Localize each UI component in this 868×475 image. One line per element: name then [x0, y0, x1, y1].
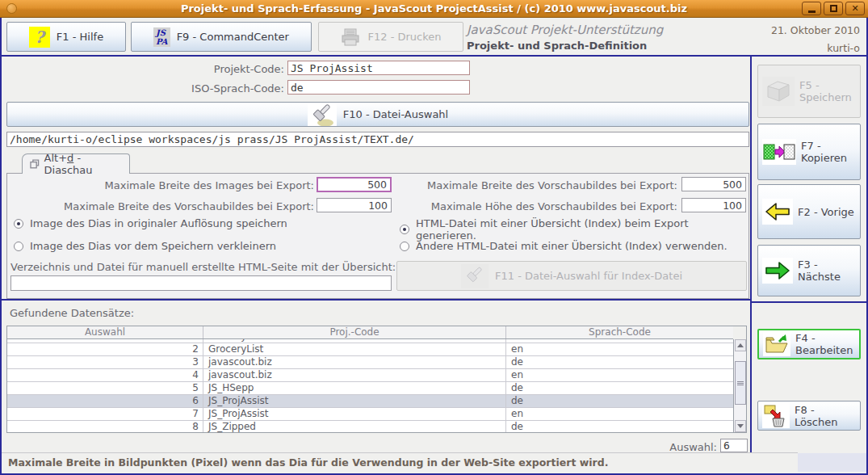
- path-input[interactable]: [6, 132, 749, 147]
- row-project-code: JS_ProjAssist: [203, 395, 506, 407]
- minimize-button[interactable]: [802, 2, 821, 15]
- copy-button[interactable]: F7 - Kopieren: [757, 124, 861, 180]
- scroll-up-button[interactable]: [735, 339, 746, 351]
- delete-button-label: F8 - Löschen: [795, 404, 860, 428]
- arrow-left-icon: [762, 199, 793, 225]
- vertical-scrollbar[interactable]: [733, 339, 746, 432]
- column-auswahl: Auswahl: [7, 326, 203, 338]
- close-button[interactable]: ✕: [845, 2, 865, 15]
- max-preview-width-label: Maximale Breite des Vorschaubildes bei E…: [40, 200, 314, 212]
- current-user: kurti-o: [827, 42, 860, 54]
- row-project-code: JS_HSepp: [203, 382, 506, 394]
- max-image-width-input[interactable]: [317, 177, 392, 192]
- help-button-label: F1 - Hilfe: [57, 31, 103, 43]
- arrow-down-icon: [737, 424, 744, 428]
- table-row[interactable]: 2 GroceryList en: [7, 343, 733, 356]
- index-file-select-button-label: F11 - Datei-Auswahl für Index-Datei: [495, 270, 682, 282]
- selection-input[interactable]: [720, 439, 748, 452]
- slideshow-icon: [30, 159, 40, 169]
- iso-language-code-input[interactable]: [287, 80, 470, 95]
- edit-button[interactable]: F4 - Bearbeiten: [757, 329, 861, 359]
- previous-button[interactable]: F2 - Vorige: [757, 184, 861, 239]
- max-preview-height-label: Maximale Höhe des Vorschaubildes bei Exp…: [403, 200, 677, 212]
- table-row[interactable]: 5 JS_HSepp de: [7, 382, 733, 395]
- project-code-input[interactable]: [287, 61, 470, 75]
- row-language-code: de: [506, 356, 733, 368]
- max-preview-width-export-input[interactable]: [681, 177, 746, 191]
- delete-icon: [762, 403, 790, 428]
- edit-button-label: F4 - Bearbeiten: [795, 332, 859, 356]
- manual-html-label: Verzeichnis und Datei für manuell erstel…: [10, 261, 396, 273]
- screen-title: Projekt- und Sprach-Definition: [467, 40, 647, 52]
- table-row[interactable]: 8 JS_Zipped de: [7, 421, 733, 433]
- close-icon: ✕: [851, 3, 858, 14]
- maximize-button[interactable]: [824, 2, 843, 15]
- results-caption: Gefundene Datensätze:: [10, 307, 134, 319]
- max-preview-height-input[interactable]: [681, 198, 746, 212]
- maximize-icon: [830, 5, 837, 12]
- max-image-width-label: Maximale Breite des Images bei Export:: [40, 179, 314, 191]
- window-frame: ? F1 - Hilfe JSPA F9 - CommandCenter F12…: [0, 18, 868, 475]
- window-title: Projekt- und Sprach-Erfassung - JavaScou…: [0, 2, 868, 15]
- row-project-code: JS_ProjAssist: [203, 408, 506, 420]
- row-project-code: GroceryList: [203, 343, 506, 355]
- tab-diaschau[interactable]: Alt+d - Diaschau: [22, 153, 130, 174]
- delete-button[interactable]: F8 - Löschen: [757, 401, 861, 431]
- arrow-up-icon: [737, 343, 744, 347]
- section-divider: [2, 299, 750, 301]
- copy-icon: [762, 139, 796, 165]
- table-row[interactable]: 6 JS_ProjAssist de: [7, 395, 733, 408]
- table-header: Auswahl Proj.-Code Sprach-Code: [7, 326, 733, 339]
- jspa-logo-icon: JSPA: [153, 27, 170, 47]
- scrollbar-thumb[interactable]: [735, 361, 746, 405]
- command-center-button[interactable]: JSPA F9 - CommandCenter: [131, 22, 312, 52]
- window-menu-button[interactable]: [6, 3, 17, 14]
- edit-folder-icon: [763, 332, 790, 356]
- iso-language-code-label: ISO-Sprach-Code:: [123, 82, 284, 95]
- radio-icon: [14, 219, 23, 229]
- command-center-button-label: F9 - CommandCenter: [177, 31, 289, 43]
- table-row[interactable]: 3 javascout.biz de: [7, 356, 733, 369]
- status-bar: Maximale Breite in Bildpunkten (Pixel) w…: [2, 452, 798, 472]
- scroll-down-button[interactable]: [735, 420, 746, 432]
- app-title: JavaScout Projekt-Unterstützung: [467, 23, 663, 37]
- radio-icon: [400, 225, 409, 234]
- save-button[interactable]: F5 - Speichern: [757, 65, 861, 118]
- index-file-select-button[interactable]: F11 - Datei-Auswahl für Index-Datei: [396, 261, 747, 291]
- minimize-icon: [808, 11, 816, 13]
- radio-generate-index-html[interactable]: HTML-Datei mit einer Übersicht (Index) b…: [400, 217, 748, 242]
- file-select-button-label: F10 - Datei-Auswahl: [343, 108, 448, 120]
- save-button-label: F5 - Speichern: [799, 79, 860, 103]
- table-row[interactable]: 4 javascout.biz en: [7, 369, 733, 382]
- radio-original-resolution[interactable]: Image des Dias in originaler Auflösung s…: [14, 217, 287, 229]
- manual-html-input[interactable]: [10, 275, 392, 291]
- help-button[interactable]: ? F1 - Hilfe: [6, 22, 126, 52]
- row-number: 2: [7, 343, 203, 355]
- titlebar: Projekt- und Sprach-Erfassung - JavaScou…: [0, 0, 868, 18]
- row-number: 6: [7, 395, 203, 407]
- row-number: 8: [7, 421, 203, 433]
- row-project-code: JS_Zipped: [203, 421, 506, 433]
- column-proj-code: Proj.-Code: [203, 326, 506, 338]
- sidebar: F5 - Speichern: [750, 57, 866, 453]
- row-language-code: de: [506, 395, 733, 407]
- file-select-button[interactable]: F10 - Datei-Auswahl: [6, 102, 749, 127]
- radio-shrink-before-save[interactable]: Image des Dias vor dem Speichern verklei…: [14, 240, 276, 252]
- radio-icon: [14, 242, 23, 251]
- radio-use-other-index-html[interactable]: Andere HTML-Datei mit einer Übersicht (I…: [400, 240, 728, 252]
- save-icon: [762, 77, 795, 106]
- header-bar: ? F1 - Hilfe JSPA F9 - CommandCenter F12…: [2, 18, 866, 57]
- table-row[interactable]: 7 JS_ProjAssist en: [7, 408, 733, 421]
- column-sprach-code: Sprach-Code: [506, 326, 733, 338]
- row-project-code: javascout.biz: [203, 369, 506, 381]
- next-button[interactable]: F3 - Nächste: [757, 245, 861, 296]
- sidebar-divider: [752, 301, 868, 303]
- max-preview-width-input[interactable]: [317, 198, 392, 212]
- table-body: 1 GroceryList de 2 GroceryList en 3 java…: [7, 330, 733, 433]
- flashlight-icon: [461, 264, 489, 288]
- print-button[interactable]: F12 - Drucken: [318, 22, 463, 52]
- status-text: Maximale Breite in Bildpunkten (Pixel) w…: [8, 456, 608, 469]
- next-button-label: F3 - Nächste: [798, 259, 860, 283]
- tab-diaschau-label: Alt+d - Diaschau: [44, 152, 129, 176]
- row-project-code: javascout.biz: [203, 356, 506, 368]
